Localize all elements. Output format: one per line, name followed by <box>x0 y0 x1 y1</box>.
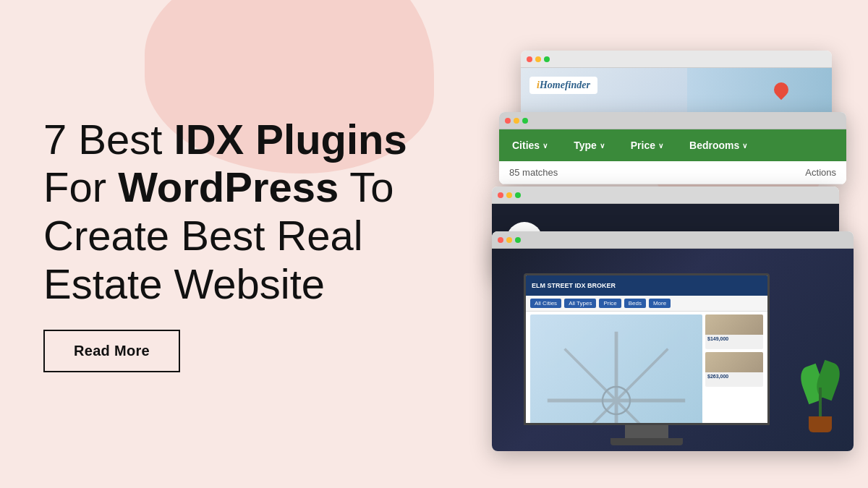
mini-map <box>530 314 702 424</box>
titlebar-greenbar <box>499 112 846 129</box>
monitor-wrapper: ELM STREET IDX BROKER All Cities All Typ… <box>492 249 854 451</box>
brand-idxbroker: IDX BROKER <box>575 282 616 289</box>
browser-idxbroker: ELM STREET IDX BROKER All Cities All Typ… <box>492 231 854 451</box>
plant-decoration <box>799 359 842 432</box>
monitor-stand <box>625 425 668 438</box>
monitor-logo: ELM STREET IDX BROKER <box>532 282 616 289</box>
dot-green-ihomefinder <box>544 56 550 62</box>
nav-cities[interactable]: Cities <box>499 140 561 151</box>
plant-pot <box>809 416 832 432</box>
property-cards: $149,000 $263,000 <box>705 314 763 424</box>
dot-red-greenbar <box>505 118 511 124</box>
dot-green-idxbroker <box>515 237 521 243</box>
filter-3[interactable]: Price <box>599 299 621 308</box>
prop-img-1 <box>705 314 763 335</box>
monitor-nav: ELM STREET IDX BROKER <box>526 275 767 296</box>
filter-2[interactable]: All Types <box>564 299 596 308</box>
dot-green-showcase <box>515 192 521 198</box>
right-section: iHomefinder Cities Type Price Bedrooms <box>448 29 825 459</box>
nav-bedrooms[interactable]: Bedrooms <box>676 140 760 151</box>
headline-text-3: To <box>339 163 393 210</box>
prop-card-2: $263,000 <box>705 352 763 387</box>
dot-yellow-idxbroker <box>506 237 512 243</box>
filter-1[interactable]: All Cities <box>530 299 561 308</box>
filter-4[interactable]: Beds <box>624 299 646 308</box>
desktop-monitor: ELM STREET IDX BROKER All Cities All Typ… <box>503 273 790 445</box>
dot-yellow-showcase <box>506 192 512 198</box>
headline-bold-1: IDX Plugins <box>174 116 407 163</box>
filter-5[interactable]: More <box>649 299 671 308</box>
nav-type[interactable]: Type <box>561 140 618 151</box>
browser-greenbar: Cities Type Price Bedrooms 85 matches Ac… <box>499 112 846 184</box>
headline-text-2: For <box>43 163 118 210</box>
dot-red-idxbroker <box>498 237 503 243</box>
brand-elm: ELM STREET <box>532 282 573 289</box>
green-navigation: Cities Type Price Bedrooms <box>499 129 846 161</box>
results-count: 85 matches <box>509 167 558 178</box>
prop-price-1: $149,000 <box>705 335 763 343</box>
left-section: 7 Best IDX Plugins For WordPress To Crea… <box>43 116 448 373</box>
titlebar-ihomefinder <box>521 51 832 68</box>
dot-red-ihomefinder <box>527 56 532 62</box>
content-wrapper: 7 Best IDX Plugins For WordPress To Crea… <box>0 0 868 488</box>
plant-leaves-container <box>799 359 842 416</box>
headline-text-1: 7 Best <box>43 116 174 163</box>
headline-text-5: Estate Website <box>43 260 325 307</box>
monitor-filters: All Cities All Types Price Beds More <box>526 296 767 312</box>
results-bar: 85 matches Actions <box>499 161 846 184</box>
titlebar-showcase <box>492 187 839 204</box>
ihomefinder-logo: iHomefinder <box>529 77 597 94</box>
nav-price[interactable]: Price <box>618 140 676 151</box>
dot-green-greenbar <box>522 118 528 124</box>
monitor-screen: ELM STREET IDX BROKER All Cities All Typ… <box>524 273 770 425</box>
dot-yellow-greenbar <box>514 118 519 124</box>
main-headline: 7 Best IDX Plugins For WordPress To Crea… <box>43 116 448 309</box>
monitor-map-area: $149,000 $263,000 <box>526 312 767 425</box>
titlebar-idxbroker <box>492 231 854 249</box>
actions-dropdown[interactable]: Actions <box>805 167 836 178</box>
dot-yellow-ihomefinder <box>535 56 541 62</box>
prop-card-1: $149,000 <box>705 314 763 349</box>
greenbar-content: Cities Type Price Bedrooms 85 matches Ac… <box>499 129 846 184</box>
read-more-button[interactable]: Read More <box>43 330 180 372</box>
prop-price-2: $263,000 <box>705 372 763 380</box>
headline-bold-2: WordPress <box>118 163 339 210</box>
plant-stem <box>819 388 822 416</box>
headline-text-4: Create Best Real <box>43 212 363 259</box>
monitor-base <box>610 438 683 445</box>
prop-img-2 <box>705 352 763 372</box>
dot-red-showcase <box>498 192 503 198</box>
